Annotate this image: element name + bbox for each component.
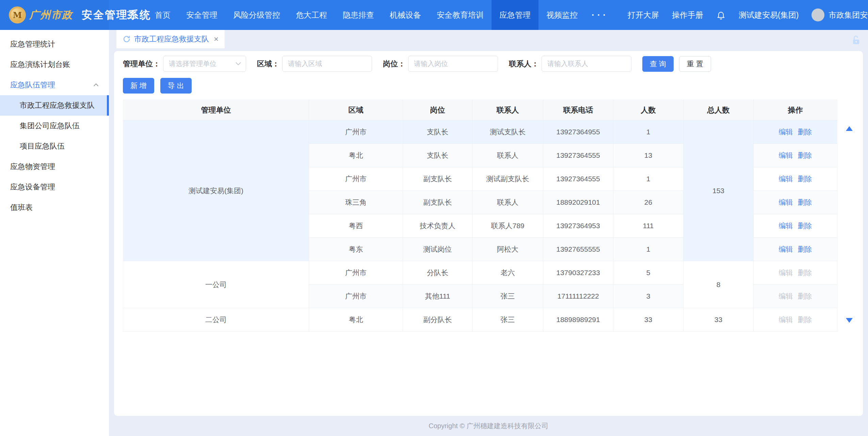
unit-select-input[interactable] xyxy=(163,56,246,72)
sidebar-subitem[interactable]: 项目应急队伍 xyxy=(0,136,109,156)
edit-link[interactable]: 编辑 xyxy=(779,175,793,183)
delete-link: 删除 xyxy=(798,316,812,323)
delete-link[interactable]: 删除 xyxy=(798,151,812,159)
edit-link[interactable]: 编辑 xyxy=(779,245,793,253)
nav-item[interactable]: 安全管理 xyxy=(178,0,225,30)
user-name[interactable]: 市政集团安全部 xyxy=(829,10,868,20)
post-cell: 分队长 xyxy=(403,261,472,285)
filter-region: 区域： xyxy=(257,56,372,72)
delete-link[interactable]: 删除 xyxy=(798,222,812,230)
region-cell: 粤西 xyxy=(309,214,403,238)
nav-item[interactable]: 安全教育培训 xyxy=(429,0,492,30)
contact-cell: 测试副支队长 xyxy=(472,167,543,191)
footer: Copyright © 广州穗建建造科技有限公司 xyxy=(109,416,868,436)
unit-select[interactable] xyxy=(163,56,246,72)
tab-label: 市政工程应急救援支队 xyxy=(134,34,209,44)
actions-cell: 编辑删除 xyxy=(754,238,837,261)
filter-unit: 管理单位： xyxy=(123,56,246,72)
edit-link[interactable]: 编辑 xyxy=(779,198,793,206)
delete-link[interactable]: 删除 xyxy=(798,245,812,253)
count-cell: 5 xyxy=(613,261,684,285)
chevron-up-icon xyxy=(93,82,99,88)
manual-link[interactable]: 操作手册 xyxy=(672,10,703,20)
scrollbar-down-arrow[interactable] xyxy=(846,318,853,323)
table-row: 一公司广州市分队长老六1379032723358编辑删除 xyxy=(123,261,837,285)
contact-cell: 张三 xyxy=(472,285,543,308)
delete-link[interactable]: 删除 xyxy=(798,198,812,206)
nav-item[interactable]: 应急管理 xyxy=(492,0,539,30)
unlock-icon[interactable] xyxy=(850,35,862,48)
delete-link[interactable]: 删除 xyxy=(798,175,812,183)
phone-cell: 13927364555 xyxy=(543,167,613,191)
edit-link[interactable]: 编辑 xyxy=(779,128,793,136)
sidebar-item-label: 应急设备管理 xyxy=(10,182,55,192)
sidebar-item-label: 值班表 xyxy=(10,202,33,213)
count-cell: 33 xyxy=(613,308,684,332)
region-input[interactable] xyxy=(282,56,372,72)
region-cell: 广州市 xyxy=(309,261,403,285)
nav-item[interactable]: 危大工程 xyxy=(288,0,335,30)
unit-cell: 二公司 xyxy=(123,308,309,332)
collapse-menu-icon[interactable] xyxy=(127,11,137,19)
top-navbar: M 广州市政 安全管理系统 首页安全管理风险分级管控危大工程隐患排查机械设备安全… xyxy=(0,0,868,30)
contact-cell: 联系人 xyxy=(472,144,543,167)
bell-icon[interactable] xyxy=(716,10,726,20)
nav-item[interactable]: 机械设备 xyxy=(382,0,429,30)
total-cell: 8 xyxy=(684,261,754,308)
actions-cell: 编辑删除 xyxy=(754,167,837,191)
table-header-row: 管理单位区域岗位联系人联系电话人数总人数操作 xyxy=(123,100,837,120)
column-header: 区域 xyxy=(309,100,403,120)
content-panel: 管理单位： 区域： 岗位： 联系人： 查 询 重 置 xyxy=(114,51,863,416)
nav-item[interactable]: 隐患排查 xyxy=(335,0,382,30)
post-cell: 其他111 xyxy=(403,285,472,308)
post-input[interactable] xyxy=(408,56,498,72)
table-wrap: 管理单位区域岗位联系人联系电话人数总人数操作 测试建安易(集团)广州市支队长测试… xyxy=(123,100,837,332)
export-button[interactable]: 导 出 xyxy=(160,78,192,94)
region-label: 区域： xyxy=(257,59,279,69)
edit-link[interactable]: 编辑 xyxy=(779,222,793,230)
sidebar-item-label: 应急演练计划台账 xyxy=(10,60,70,70)
contact-cell: 联系人789 xyxy=(472,214,543,238)
open-bigscreen-link[interactable]: 打开大屏 xyxy=(628,10,659,20)
edit-link[interactable]: 编辑 xyxy=(779,151,793,159)
tab-close-icon[interactable]: × xyxy=(214,35,219,43)
tenant-switcher[interactable]: 测试建安易(集团) xyxy=(739,10,799,20)
edit-link: 编辑 xyxy=(779,316,793,323)
avatar[interactable] xyxy=(811,9,824,21)
sidebar-item[interactable]: 应急物资管理 xyxy=(0,156,109,177)
scrollbar-up-arrow[interactable] xyxy=(846,126,853,131)
delete-link: 删除 xyxy=(798,292,812,300)
count-cell: 1 xyxy=(613,238,684,261)
delete-link: 删除 xyxy=(798,269,812,276)
table-row: 测试建安易(集团)广州市支队长测试支队长139273649551153编辑删除 xyxy=(123,120,837,144)
sidebar-menu: 应急管理统计应急演练计划台账应急队伍管理市政工程应急救援支队集团公司应急队伍项目… xyxy=(0,34,109,218)
delete-link[interactable]: 删除 xyxy=(798,128,812,136)
table-body: 测试建安易(集团)广州市支队长测试支队长139273649551153编辑删除粤… xyxy=(123,120,837,332)
refresh-icon[interactable] xyxy=(123,35,131,43)
sidebar-item[interactable]: 值班表 xyxy=(0,197,109,218)
tab-strip: 市政工程应急救援支队 × xyxy=(109,30,868,51)
sidebar-item[interactable]: 应急队伍管理 xyxy=(0,75,109,95)
post-cell: 技术负责人 xyxy=(403,214,472,238)
tab-active[interactable]: 市政工程应急救援支队 × xyxy=(116,30,225,48)
nav-item[interactable]: 视频监控 xyxy=(539,0,585,30)
sidebar-item[interactable]: 应急演练计划台账 xyxy=(0,54,109,75)
contact-cell: 阿松大 xyxy=(472,238,543,261)
unit-label: 管理单位： xyxy=(123,59,160,69)
reset-button[interactable]: 重 置 xyxy=(679,56,711,72)
nav-more-dots[interactable]: ··· xyxy=(585,10,615,20)
nav-item[interactable]: 首页 xyxy=(147,0,178,30)
search-button[interactable]: 查 询 xyxy=(642,56,674,72)
column-header: 操作 xyxy=(754,100,837,120)
sidebar-item[interactable]: 应急设备管理 xyxy=(0,177,109,197)
phone-cell: 13927364555 xyxy=(543,144,613,167)
count-cell: 26 xyxy=(613,191,684,214)
region-cell: 广州市 xyxy=(309,285,403,308)
sidebar-subitem[interactable]: 集团公司应急队伍 xyxy=(0,116,109,136)
contact-input[interactable] xyxy=(542,56,631,72)
sidebar-item[interactable]: 应急管理统计 xyxy=(0,34,109,54)
sidebar-subitem[interactable]: 市政工程应急救援支队 xyxy=(0,95,109,116)
nav-item[interactable]: 风险分级管控 xyxy=(225,0,288,30)
post-label: 岗位： xyxy=(383,59,405,69)
add-button[interactable]: 新 增 xyxy=(123,78,154,94)
